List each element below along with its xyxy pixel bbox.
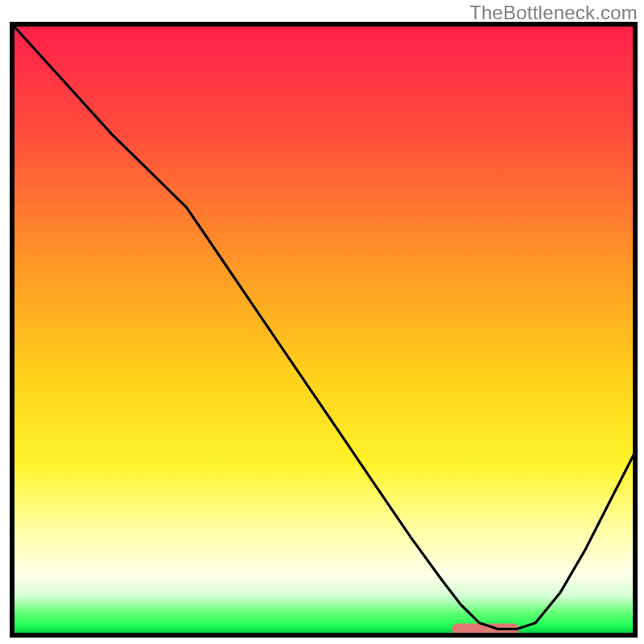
chart-container: TheBottleneck.com — [0, 0, 644, 644]
watermark-text: TheBottleneck.com — [469, 2, 638, 24]
gradient-background — [12, 24, 635, 635]
bottleneck-chart — [0, 0, 644, 644]
